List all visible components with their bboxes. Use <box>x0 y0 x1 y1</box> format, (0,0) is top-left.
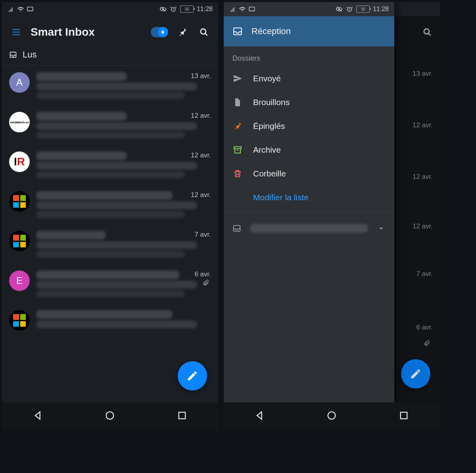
background-inbox: 13 avr. 12 avr. 12 avr. 12 avr. 7 avr. 6… <box>394 16 440 402</box>
svg-rect-13 <box>235 149 240 153</box>
signal-icon <box>229 6 236 13</box>
bolt-icon <box>158 27 168 37</box>
email-row[interactable]: mediatech-cx 12 avr. <box>2 105 218 145</box>
account-email-redacted <box>250 224 368 233</box>
email-date: 13 avr. <box>191 72 211 80</box>
drawer-label: Épinglés <box>253 121 285 131</box>
subject-redacted <box>36 241 197 249</box>
avatar: IR <box>9 151 30 172</box>
search-button[interactable] <box>420 25 434 39</box>
phone-drawer-open: 13 avr. 12 avr. 12 avr. 12 avr. 7 avr. 6… <box>224 2 440 430</box>
email-list[interactable]: A 13 avr. mediatech-cx 12 avr. <box>2 66 218 402</box>
email-date: 6 avr. <box>194 270 211 278</box>
search-button[interactable] <box>197 25 211 39</box>
email-row[interactable]: E 6 avr. <box>2 264 218 304</box>
compose-button[interactable] <box>401 359 430 389</box>
status-bar: 58 11:28 <box>224 2 394 16</box>
wifi-icon <box>239 6 246 13</box>
inbox-icon <box>9 51 17 59</box>
send-icon <box>233 74 242 83</box>
drawer-section-label: Dossiers <box>224 46 394 67</box>
archive-icon <box>233 145 242 155</box>
email-row[interactable]: 7 avr. <box>2 224 218 264</box>
email-row[interactable]: 12 avr. <box>2 185 218 224</box>
drawer-item-sent[interactable]: Envoyé <box>224 67 394 90</box>
pencil-icon <box>410 368 422 380</box>
preview-redacted <box>36 251 185 258</box>
email-date: 6 avr. <box>416 324 433 331</box>
svg-rect-6 <box>179 412 185 419</box>
attachment-icon <box>202 279 209 288</box>
email-date: 13 avr. <box>413 70 433 78</box>
email-row[interactable] <box>2 304 218 337</box>
avatar-microsoft-icon <box>9 191 30 212</box>
sender-redacted <box>36 151 127 160</box>
clock-time: 11:28 <box>197 6 213 13</box>
alarm-icon <box>170 6 177 13</box>
compose-button[interactable] <box>178 361 207 391</box>
drawer-item-drafts[interactable]: Brouillons <box>224 90 394 114</box>
document-icon <box>233 98 242 107</box>
email-date: 7 avr. <box>416 270 433 278</box>
drawer-header-label: Réception <box>251 26 291 36</box>
nav-recent-button[interactable] <box>398 410 409 423</box>
drawer-item-inbox[interactable]: Réception <box>224 16 394 46</box>
drawer-label: Brouillons <box>253 98 290 107</box>
email-row[interactable]: A 13 avr. <box>2 66 218 105</box>
svg-point-7 <box>424 29 429 34</box>
preview-redacted <box>36 211 185 218</box>
inbox-icon <box>232 224 241 233</box>
email-date: 12 avr. <box>413 173 433 181</box>
avatar: A <box>9 72 30 93</box>
pin-button[interactable] <box>175 25 190 39</box>
smart-toggle[interactable] <box>151 27 168 37</box>
drawer-item-archive[interactable]: Archive <box>224 138 394 162</box>
battery-indicator: 58 <box>180 6 194 13</box>
email-date: 12 avr. <box>191 151 211 159</box>
nav-back-button[interactable] <box>254 410 265 423</box>
email-date: 12 avr. <box>413 121 433 129</box>
drawer-item-pinned[interactable]: Épinglés <box>224 114 394 138</box>
avatar-microsoft-icon <box>9 310 30 331</box>
avatar-microsoft-icon <box>9 231 30 251</box>
sender-redacted <box>36 231 106 239</box>
trash-icon <box>233 169 242 178</box>
svg-rect-0 <box>27 7 33 11</box>
device-icon <box>248 6 255 13</box>
phone-smart-inbox: 58 11:28 Smart Inbox L <box>2 2 218 430</box>
avatar: mediatech-cx <box>9 112 30 132</box>
preview-redacted <box>36 92 185 99</box>
subject-redacted <box>36 281 197 289</box>
svg-point-15 <box>328 412 336 419</box>
android-nav-bar <box>2 402 218 430</box>
divider <box>224 213 394 213</box>
sender-redacted <box>36 191 173 200</box>
nav-home-button[interactable] <box>326 410 337 423</box>
signal-icon <box>8 6 15 13</box>
sender-redacted <box>36 112 127 121</box>
toolbar: Smart Inbox <box>2 16 218 48</box>
drawer-account-row[interactable] <box>224 216 394 241</box>
drawer-modify-label: Modifier la liste <box>253 193 309 202</box>
nav-back-button[interactable] <box>33 410 44 423</box>
alarm-icon <box>346 6 353 13</box>
preview-redacted <box>36 171 185 178</box>
battery-indicator: 58 <box>356 6 370 13</box>
eye-icon <box>159 6 167 13</box>
clock-time: 11:28 <box>373 6 389 13</box>
nav-home-button[interactable] <box>104 410 115 423</box>
nav-recent-button[interactable] <box>177 410 188 423</box>
sender-redacted <box>36 310 173 319</box>
drawer-item-trash[interactable]: Corbeille <box>224 162 394 186</box>
subject-redacted <box>36 82 197 90</box>
email-row[interactable]: IR 12 avr. <box>2 145 218 185</box>
drawer-label: Envoyé <box>253 74 281 83</box>
email-date: 7 avr. <box>194 231 211 239</box>
preview-redacted <box>36 290 185 297</box>
drawer-label: Corbeille <box>253 169 286 178</box>
drawer-modify-list[interactable]: Modifier la liste <box>224 186 394 209</box>
menu-button[interactable] <box>9 25 23 39</box>
section-header-read[interactable]: Lus <box>2 48 218 66</box>
device-icon <box>27 6 34 13</box>
subject-redacted <box>36 162 197 170</box>
